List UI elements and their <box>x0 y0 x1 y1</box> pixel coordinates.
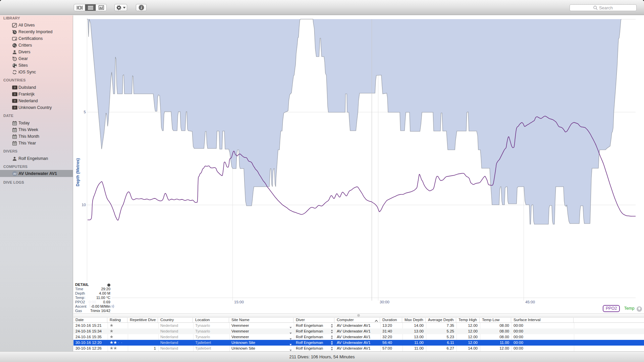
svg-text:45:00: 45:00 <box>525 300 535 304</box>
svg-text:10: 10 <box>82 203 86 207</box>
svg-text:?: ? <box>14 93 15 96</box>
svg-text:5: 5 <box>84 110 86 114</box>
svg-text:15:00: 15:00 <box>234 300 244 304</box>
svg-text:AV: AV <box>13 173 16 175</box>
svg-text:?: ? <box>14 100 15 103</box>
svg-text:?: ? <box>14 106 15 109</box>
svg-text:30:00: 30:00 <box>380 300 389 304</box>
svg-text:?: ? <box>14 86 15 89</box>
svg-text:Depth (Metres): Depth (Metres) <box>75 158 80 186</box>
